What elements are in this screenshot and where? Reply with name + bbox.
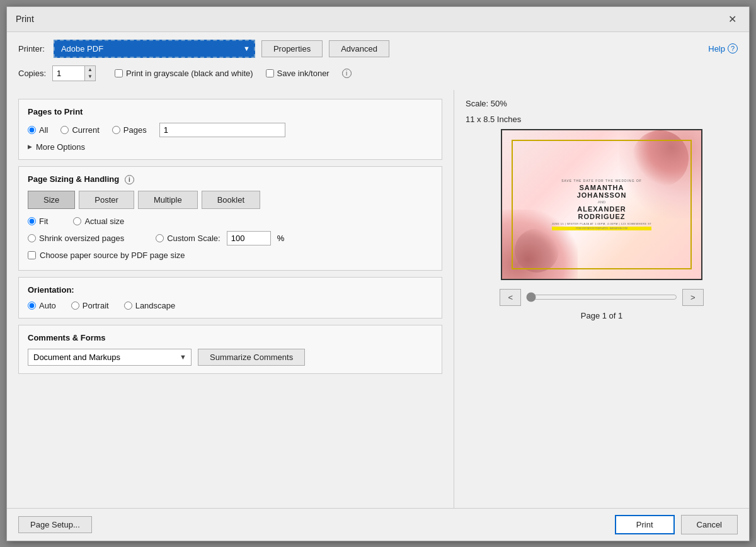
- multiple-button[interactable]: Multiple: [138, 191, 198, 209]
- choose-paper-row: Choose paper source by PDF page size: [28, 251, 433, 260]
- forms-select[interactable]: Document and Markups Document Document a…: [28, 349, 192, 366]
- copies-down[interactable]: ▼: [85, 73, 95, 81]
- shrink-radio-item[interactable]: Shrink oversized pages: [28, 234, 124, 243]
- fit-label: Fit: [39, 217, 48, 226]
- more-options-arrow: ▶: [28, 144, 32, 150]
- more-options-label: More Options: [36, 142, 85, 152]
- forms-select-wrap[interactable]: Document and Markups Document Document a…: [28, 349, 192, 366]
- next-page-button[interactable]: >: [682, 289, 704, 306]
- portrait-radio[interactable]: [71, 302, 79, 310]
- close-button[interactable]: ✕: [724, 12, 740, 26]
- auto-radio[interactable]: [28, 302, 36, 310]
- scale-text: Scale: 50%: [466, 99, 507, 108]
- cancel-button[interactable]: Cancel: [681, 515, 738, 534]
- auto-radio-item[interactable]: Auto: [28, 301, 56, 310]
- preview-name1: SAMANTHA: [552, 184, 652, 191]
- copies-input[interactable]: [53, 66, 84, 81]
- pages-input[interactable]: [159, 123, 285, 137]
- current-radio[interactable]: [60, 126, 69, 134]
- page-sizing-section: Page Sizing & Handling i Size Poster Mul…: [18, 166, 442, 271]
- pages-radio[interactable]: [112, 126, 120, 134]
- size-options-row: Fit Actual size: [28, 217, 433, 226]
- all-radio-item[interactable]: All: [28, 125, 48, 135]
- page-sizing-info-icon[interactable]: i: [125, 175, 134, 184]
- size-button[interactable]: Size: [28, 191, 75, 209]
- custom-scale-unit: %: [277, 234, 285, 243]
- auto-label: Auto: [39, 301, 56, 310]
- custom-scale-radio[interactable]: [156, 234, 164, 242]
- printer-select[interactable]: Adobe PDF: [54, 40, 255, 58]
- left-panel: Pages to Print All Current Pages: [7, 90, 454, 508]
- preview-image: SAVE THE DATE FOR THE WEDDING OF SAMANTH…: [502, 130, 701, 279]
- shrink-radio[interactable]: [28, 234, 36, 242]
- orientation-row: Auto Portrait Landscape: [28, 301, 433, 310]
- advanced-button[interactable]: Advanced: [329, 40, 389, 57]
- orientation-title: Orientation:: [28, 285, 433, 295]
- help-link[interactable]: Help ?: [708, 43, 738, 54]
- page-info: Page 1 of 1: [581, 311, 623, 320]
- pages-radio-row: All Current Pages: [28, 123, 433, 137]
- preview-container: SAVE THE DATE FOR THE WEDDING OF SAMANTH…: [501, 129, 702, 280]
- landscape-label: Landscape: [135, 301, 176, 310]
- printer-row: Printer: Adobe PDF ▼ Properties Advanced…: [18, 40, 738, 58]
- printer-select-wrapper[interactable]: Adobe PDF ▼: [54, 40, 255, 58]
- grayscale-item[interactable]: Print in grayscale (black and white): [115, 69, 253, 78]
- scale-row: Shrink oversized pages Custom Scale: %: [28, 231, 433, 245]
- save-ink-item[interactable]: Save ink/toner: [266, 69, 329, 78]
- preview-tagline: FREE INVITATION TEMPLATES · BANVANNA.COM: [552, 227, 652, 230]
- current-radio-item[interactable]: Current: [60, 125, 99, 135]
- all-radio[interactable]: [28, 126, 36, 134]
- landscape-radio-item[interactable]: Landscape: [124, 301, 176, 310]
- right-panel: Scale: 50% 11 x 8.5 Inches SAVE THE DATE…: [454, 90, 749, 508]
- portrait-label: Portrait: [83, 301, 109, 310]
- landscape-radio[interactable]: [124, 302, 132, 310]
- actual-size-label: Actual size: [84, 217, 124, 226]
- booklet-button[interactable]: Booklet: [202, 191, 260, 209]
- save-ink-label: Save ink/toner: [277, 69, 329, 78]
- page-slider[interactable]: [526, 292, 677, 302]
- preview-details: JUNE 15 | WINTER PLAZA AT 1:00PM, 4:00PM…: [552, 222, 652, 225]
- preview-and: AND: [552, 200, 652, 204]
- poster-button[interactable]: Poster: [79, 191, 134, 209]
- more-options-row[interactable]: ▶ More Options: [28, 142, 433, 152]
- prev-page-button[interactable]: <: [500, 289, 521, 306]
- size-btn-row: Size Poster Multiple Booklet: [28, 191, 433, 209]
- dialog-title: Print: [16, 14, 34, 24]
- shrink-label: Shrink oversized pages: [39, 234, 124, 243]
- actual-size-radio[interactable]: [73, 217, 81, 225]
- pages-label: Pages: [123, 125, 147, 135]
- pages-radio-item[interactable]: Pages: [112, 125, 147, 135]
- copies-spinner: ▲ ▼: [84, 66, 95, 81]
- actual-size-radio-item[interactable]: Actual size: [73, 217, 124, 226]
- summarize-button[interactable]: Summarize Comments: [198, 349, 305, 366]
- custom-scale-input[interactable]: [227, 231, 271, 245]
- grayscale-checkbox[interactable]: [115, 69, 123, 77]
- print-dialog: Print ✕ Printer: Adobe PDF ▼ Properties …: [6, 6, 750, 541]
- custom-scale-radio-item[interactable]: Custom Scale:: [156, 234, 220, 243]
- preview-text-area: SAVE THE DATE FOR THE WEDDING OF SAMANTH…: [552, 179, 652, 230]
- preview-name4: RODRIGUEZ: [552, 213, 652, 220]
- bottom-bar: Page Setup... Print Cancel: [7, 508, 749, 541]
- custom-scale-label: Custom Scale:: [167, 234, 220, 243]
- portrait-radio-item[interactable]: Portrait: [71, 301, 109, 310]
- pages-to-print-section: Pages to Print All Current Pages: [18, 99, 442, 160]
- comments-forms-section: Comments & Forms Document and Markups Do…: [18, 325, 442, 374]
- grayscale-label: Print in grayscale (black and white): [126, 69, 253, 78]
- fit-radio-item[interactable]: Fit: [28, 217, 48, 226]
- copies-label: Copies:: [18, 69, 46, 78]
- preview-save-date: SAVE THE DATE FOR THE WEDDING OF: [552, 179, 652, 183]
- choose-paper-checkbox[interactable]: [28, 251, 36, 259]
- current-label: Current: [72, 125, 99, 135]
- preview-size-label: 11 x 8.5 Inches: [466, 115, 521, 124]
- options-group: Print in grayscale (black and white) Sav…: [115, 69, 352, 78]
- help-icon: ?: [728, 43, 738, 54]
- bottom-right: Print Cancel: [615, 515, 738, 534]
- save-ink-info-icon[interactable]: i: [342, 69, 352, 78]
- copies-up[interactable]: ▲: [85, 66, 95, 74]
- save-ink-checkbox[interactable]: [266, 69, 274, 77]
- fit-radio[interactable]: [28, 217, 36, 225]
- print-button[interactable]: Print: [615, 515, 675, 534]
- properties-button[interactable]: Properties: [261, 40, 323, 57]
- preview-nav: < >: [466, 289, 738, 306]
- page-setup-button[interactable]: Page Setup...: [18, 516, 92, 533]
